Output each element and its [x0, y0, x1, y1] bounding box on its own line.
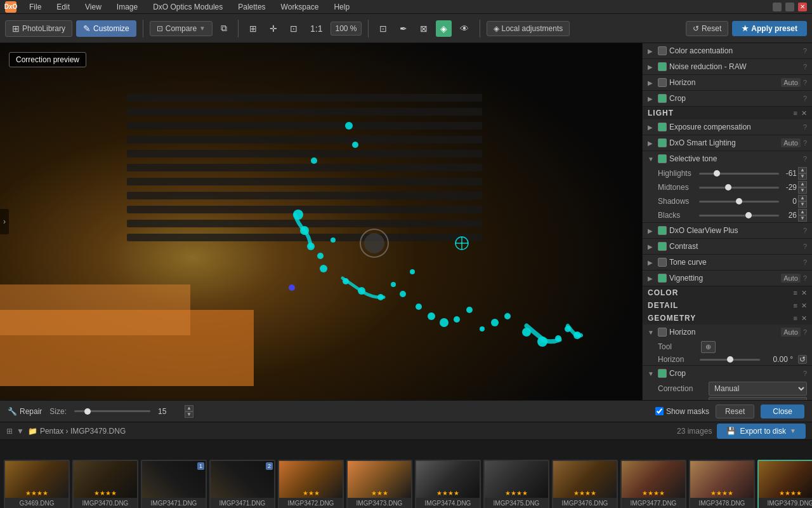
local-adjustments-btn[interactable]: ◈ Local adjustments [487, 21, 570, 36]
menu-workspace[interactable]: Workspace [278, 1, 322, 13]
midtones-down[interactable]: ▼ [798, 187, 807, 194]
blacks-slider[interactable] [699, 215, 779, 217]
highlights-slider-track[interactable] [699, 170, 779, 177]
noise-reduction-header[interactable]: ▶ Noise reduction - RAW ? [643, 59, 812, 74]
size-down[interactable]: ▼ [185, 411, 193, 418]
thumb-3475[interactable]: IMGP3475.DNG ★★★★ [483, 460, 549, 509]
clearview-help[interactable]: ? [803, 227, 807, 234]
horizon-top-check[interactable] [658, 78, 667, 87]
menu-help[interactable]: Help [331, 1, 352, 13]
panel-scroll[interactable]: ▶ Color accentuation ? ▶ Noise reduction… [643, 43, 812, 400]
horizon-geo-header[interactable]: ▼ Horizon Auto ? [643, 324, 812, 340]
repair-btn[interactable]: 🔧 Repair [8, 407, 42, 416]
split-view-btn[interactable]: ⧉ [216, 20, 232, 37]
geometry-collapse[interactable]: ≡ [794, 314, 797, 322]
thumb-3478[interactable]: IMGP3478.DNG ★★★★ [689, 460, 755, 509]
smartlight-help[interactable]: ? [803, 139, 807, 147]
crop-top-header[interactable]: ▶ Crop ? [643, 91, 812, 106]
contrast-check[interactable] [658, 242, 667, 251]
color-collapse[interactable]: ≡ [794, 289, 797, 297]
smartlight-header[interactable]: ▶ DxO Smart Lighting Auto ? [643, 135, 812, 150]
tone-curve-check[interactable] [658, 258, 667, 267]
noise-reduction-help[interactable]: ? [803, 63, 807, 70]
clearview-check[interactable] [658, 226, 667, 235]
blacks-slider-track[interactable] [699, 211, 779, 219]
show-masks-checkbox[interactable] [655, 407, 664, 415]
thumb-3474[interactable]: IMGP3474.DNG ★★★★ [415, 460, 481, 509]
shadows-slider-track[interactable] [699, 197, 779, 205]
blacks-stepper[interactable]: ▲ ▼ [798, 209, 807, 222]
light-collapse[interactable]: ≡ [794, 109, 797, 117]
size-stepper[interactable]: ▲ ▼ [185, 405, 193, 418]
detail-close[interactable]: ✕ [801, 302, 807, 310]
horizon-tool-icon[interactable]: ⊕ [701, 341, 716, 353]
crop-top-check[interactable] [658, 94, 667, 103]
shadows-stepper[interactable]: ▲ ▼ [798, 195, 807, 208]
menu-view[interactable]: View [82, 1, 104, 13]
contrast-help[interactable]: ? [803, 243, 807, 250]
export-dropdown-arrow[interactable]: ▼ [790, 427, 796, 434]
menu-file[interactable]: File [27, 1, 44, 13]
smartlight-check[interactable] [658, 138, 667, 147]
vignetting-help[interactable]: ? [803, 274, 807, 282]
horizon-top-help[interactable]: ? [803, 79, 807, 86]
zoom-1-1-btn[interactable]: 1:1 [306, 20, 327, 37]
aspect-ratio-select[interactable]: 3/2 [709, 397, 807, 400]
horizon-geo-check[interactable] [658, 328, 667, 337]
correction-select[interactable]: Manual [709, 382, 807, 396]
size-up[interactable]: ▲ [185, 405, 193, 411]
crop-geo-help[interactable]: ? [803, 370, 807, 377]
selective-tone-check[interactable] [658, 154, 667, 163]
highlights-up[interactable]: ▲ [798, 167, 807, 173]
detail-collapse[interactable]: ≡ [794, 302, 797, 309]
color-accentuation-check[interactable] [658, 46, 667, 55]
midtones-stepper[interactable]: ▲ ▼ [798, 181, 807, 194]
color-close[interactable]: ✕ [801, 289, 807, 297]
straighten-btn[interactable]: ✛ [265, 20, 282, 37]
thumb-3470[interactable]: IMGP3470.DNG ★★★★ [72, 460, 138, 509]
reset-small-btn[interactable]: Reset [716, 404, 754, 418]
highlights-down[interactable]: ▼ [798, 173, 807, 180]
stamp-btn[interactable]: ⊠ [416, 20, 432, 37]
thumb-3473[interactable]: IMGP3473.DNG ★★★ [346, 460, 412, 509]
horizon-slider[interactable] [700, 359, 760, 361]
filmstrip-view-btn[interactable]: ⊞ [6, 427, 13, 436]
selective-tone-help[interactable]: ? [803, 155, 807, 163]
control-points-btn[interactable]: ◈ [436, 20, 452, 37]
shadows-up[interactable]: ▲ [798, 195, 807, 201]
midtones-slider-track[interactable] [699, 184, 779, 191]
color-accentuation-help[interactable]: ? [803, 47, 807, 55]
menu-optics[interactable]: DxO Optics Modules [150, 1, 225, 13]
thumb-3472[interactable]: IMGP3472.DNG ★★★ [278, 460, 344, 509]
thumb-3477[interactable]: IMGP3477.DNG ★★★★ [620, 460, 686, 509]
vignetting-check[interactable] [658, 274, 667, 283]
horizon-slider-container[interactable] [700, 359, 760, 361]
compare-btn[interactable]: ⊡ Compare ▼ [150, 21, 213, 36]
show-masks-label[interactable]: Show masks [655, 407, 709, 416]
horizon-geo-help[interactable]: ? [803, 328, 807, 336]
color-accentuation-header[interactable]: ▶ Color accentuation ? [643, 43, 812, 58]
close-btn[interactable]: Close [761, 404, 804, 418]
shadows-down[interactable]: ▼ [798, 201, 807, 208]
exposure-help[interactable]: ? [803, 123, 807, 131]
blacks-up[interactable]: ▲ [798, 209, 807, 215]
highlights-slider[interactable] [699, 173, 779, 175]
tone-curve-help[interactable]: ? [803, 258, 807, 266]
crop-top-help[interactable]: ? [803, 95, 807, 102]
midtones-slider[interactable] [699, 187, 779, 189]
exposure-check[interactable] [658, 123, 667, 131]
thumb-3476[interactable]: IMGP3476.DNG ★★★★ [552, 460, 618, 509]
crop2-btn[interactable]: ⊡ [375, 20, 391, 37]
reset-btn[interactable]: ↺ Reset [686, 21, 728, 36]
zoom-level[interactable]: 100 % [331, 22, 361, 36]
tone-curve-header[interactable]: ▶ Tone curve ? [643, 255, 812, 270]
pen-btn[interactable]: ✒ [395, 20, 412, 37]
window-minimize[interactable] [773, 3, 782, 11]
photo-library-btn[interactable]: ⊞ PhotoLibrary [5, 20, 72, 37]
highlights-stepper[interactable]: ▲ ▼ [798, 167, 807, 180]
eye-btn[interactable]: 👁 [455, 20, 473, 37]
crop-geo-header[interactable]: ▼ Crop ? [643, 366, 812, 381]
horizon-top-header[interactable]: ▶ Horizon Auto ? [643, 75, 812, 90]
menu-palettes[interactable]: Palettes [235, 1, 268, 13]
size-slider[interactable] [74, 410, 150, 412]
